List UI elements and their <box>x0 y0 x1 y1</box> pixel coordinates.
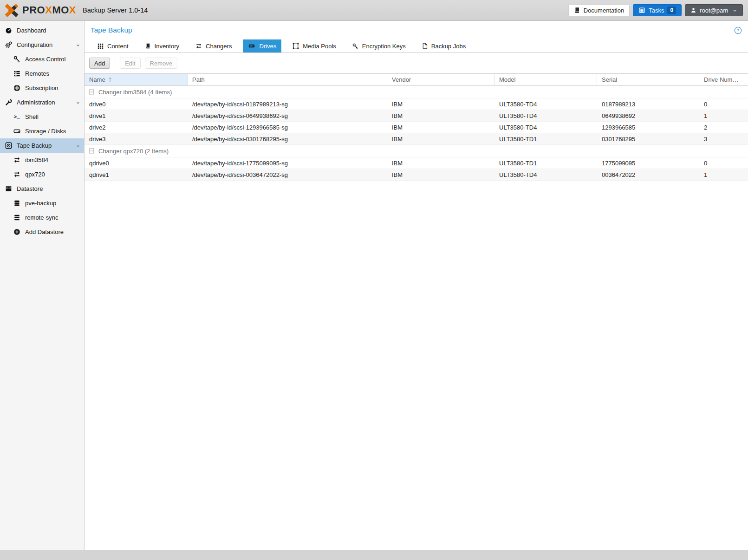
sidebar-item-datastore[interactable]: Datastore <box>0 182 84 196</box>
grid-toolbar: Add Edit Remove <box>85 53 748 73</box>
tab-label: Changers <box>206 43 232 50</box>
cell-serial: 1775099095 <box>597 160 699 167</box>
cell-drive-number: 3 <box>699 136 748 143</box>
exchange-icon <box>195 43 202 49</box>
user-menu-button[interactable]: root@pam <box>685 4 743 16</box>
cell-vendor: IBM <box>387 160 494 167</box>
column-header-name[interactable]: Name <box>85 74 188 85</box>
table-row[interactable]: qdrive1 /dev/tape/by-id/scsi-0036472022-… <box>85 169 748 181</box>
dashboard-icon <box>5 27 12 34</box>
main-content-panel: Tape Backup ? Content Inventory <box>85 21 748 550</box>
table-row[interactable]: drive3 /dev/tape/by-id/scsi-0301768295-s… <box>85 133 748 145</box>
column-header-vendor[interactable]: Vendor <box>387 74 494 85</box>
expander-caret-icon[interactable] <box>76 101 80 105</box>
sidebar-item-administration[interactable]: Administration <box>0 95 84 110</box>
sidebar-item-add-datastore[interactable]: Add Datastore <box>0 225 84 239</box>
database-icon <box>13 214 20 221</box>
help-icon[interactable]: ? <box>734 26 742 34</box>
user-label: root@pam <box>700 7 728 14</box>
tab-label: Media Pools <box>303 43 336 50</box>
sidebar-item-label: Add Datastore <box>25 228 64 235</box>
cell-drive-number: 2 <box>699 124 748 131</box>
tasks-list-icon <box>638 7 645 13</box>
table-row[interactable]: drive2 /dev/tape/by-id/scsi-1293966585-s… <box>85 122 748 133</box>
cell-path: /dev/tape/by-id/scsi-1293966585-sg <box>188 124 387 131</box>
collapse-minus-square-icon[interactable] <box>89 148 94 154</box>
tape-icon <box>5 142 12 149</box>
sidebar-item-remote-sync[interactable]: remote-sync <box>0 210 84 225</box>
edit-button[interactable]: Edit <box>120 58 140 69</box>
tasks-count-badge: 0 <box>667 7 676 14</box>
sidebar-item-configuration[interactable]: Configuration <box>0 38 84 52</box>
table-row[interactable]: drive1 /dev/tape/by-id/scsi-0649938692-s… <box>85 110 748 122</box>
sidebar-item-subscription[interactable]: Subscription <box>0 81 84 95</box>
tasks-button[interactable]: Tasks 0 <box>633 4 682 16</box>
column-header-model[interactable]: Model <box>494 74 597 85</box>
sort-up-icon <box>108 77 112 83</box>
documentation-label: Documentation <box>584 7 624 14</box>
grid-icon <box>98 43 104 49</box>
sidebar-item-storage-disks[interactable]: Storage / Disks <box>0 124 84 138</box>
sidebar-item-dashboard[interactable]: Dashboard <box>0 23 84 38</box>
sidebar-item-label: qpx720 <box>25 171 45 178</box>
column-header-path[interactable]: Path <box>188 74 387 85</box>
column-header-serial[interactable]: Serial <box>597 74 699 85</box>
cell-model: ULT3580-TD1 <box>494 160 597 167</box>
collapse-minus-square-icon[interactable] <box>89 89 94 95</box>
sidebar-item-remotes[interactable]: Remotes <box>0 66 84 81</box>
sidebar-item-label: pve-backup <box>25 200 56 207</box>
expander-caret-icon[interactable] <box>76 43 80 48</box>
group-header-label: Changer qpx720 (2 Items) <box>98 148 169 155</box>
product-version: Backup Server 1.0-14 <box>83 7 148 14</box>
cell-name: drive1 <box>85 112 188 119</box>
table-row[interactable]: drive0 /dev/tape/by-id/scsi-0187989213-s… <box>85 98 748 110</box>
tab-drives[interactable]: Drives <box>243 39 281 52</box>
cell-path: /dev/tape/by-id/scsi-0187989213-sg <box>188 101 387 108</box>
cell-model: ULT3580-TD1 <box>494 136 597 143</box>
proxmox-logo: PROXMOX <box>0 3 81 17</box>
chevron-down-icon <box>732 8 737 13</box>
cell-name: qdrive1 <box>85 171 188 178</box>
proxmox-x-icon <box>5 3 19 17</box>
svg-text:?: ? <box>737 27 740 33</box>
cell-path: /dev/tape/by-id/scsi-0301768295-sg <box>188 136 387 143</box>
tab-label: Inventory <box>155 43 179 50</box>
group-header-ibm3584[interactable]: Changer ibm3584 (4 Items) <box>85 86 748 98</box>
sidebar-item-tape-backup[interactable]: Tape Backup <box>0 138 84 153</box>
expander-caret-icon[interactable] <box>76 144 80 149</box>
cell-path: /dev/tape/by-id/scsi-0649938692-sg <box>188 112 387 119</box>
server-list-icon <box>13 70 20 77</box>
exchange-icon <box>13 156 20 163</box>
object-group-icon <box>293 43 299 49</box>
cell-drive-number: 1 <box>699 112 748 119</box>
logo-text: PROXMOX <box>22 4 76 16</box>
cell-model: ULT3580-TD4 <box>494 101 597 108</box>
sidebar-item-label: remote-sync <box>25 214 59 221</box>
tab-encryption-keys[interactable]: Encryption Keys <box>347 39 411 52</box>
cell-model: ULT3580-TD4 <box>494 124 597 131</box>
sidebar-item-pve-backup[interactable]: pve-backup <box>0 196 84 210</box>
wrench-icon <box>5 99 12 106</box>
cell-model: ULT3580-TD4 <box>494 171 597 178</box>
add-button[interactable]: Add <box>89 58 110 69</box>
sidebar-item-access-control[interactable]: Access Control <box>0 52 84 66</box>
sidebar-item-ibm3584[interactable]: ibm3584 <box>0 153 84 167</box>
group-header-qpx720[interactable]: Changer qpx720 (2 Items) <box>85 145 748 157</box>
column-header-drive-number[interactable]: Drive Num… <box>699 74 748 85</box>
tab-media-pools[interactable]: Media Pools <box>287 39 341 52</box>
tab-changers[interactable]: Changers <box>190 39 237 52</box>
tab-inventory[interactable]: Inventory <box>140 39 184 52</box>
tab-label: Encryption Keys <box>362 43 406 50</box>
cell-name: drive0 <box>85 101 188 108</box>
documentation-button[interactable]: Documentation <box>568 4 630 16</box>
sidebar-item-shell[interactable]: >_ Shell <box>0 110 84 124</box>
remove-button[interactable]: Remove <box>145 58 177 69</box>
tab-backup-jobs[interactable]: Backup Jobs <box>417 39 471 52</box>
table-row[interactable]: qdrive0 /dev/tape/by-id/scsi-1775099095-… <box>85 157 748 169</box>
book-icon <box>574 7 580 13</box>
user-icon <box>690 7 696 13</box>
sidebar-item-qpx720[interactable]: qpx720 <box>0 167 84 182</box>
tab-content[interactable]: Content <box>92 39 134 52</box>
drives-table: Name Path Vendor Model Serial Drive Num…… <box>85 73 748 550</box>
cell-name: drive3 <box>85 136 188 143</box>
